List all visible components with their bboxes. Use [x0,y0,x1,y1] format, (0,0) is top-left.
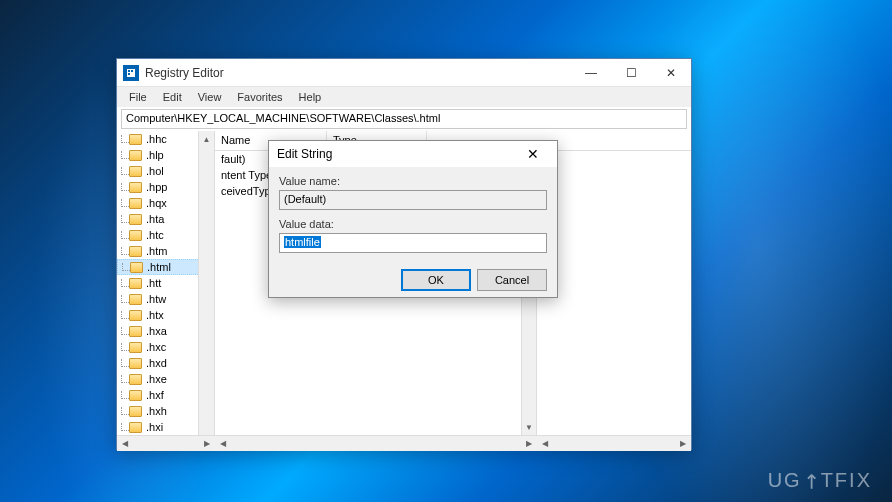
scroll-right-icon[interactable]: ▶ [675,436,691,451]
tree-item-label: .hxc [146,341,166,353]
menubar: File Edit View Favorites Help [117,87,691,107]
tree-item-label: .hhc [146,133,167,145]
folder-icon [129,134,142,145]
edit-string-dialog: Edit String ✕ Value name: (Default) Valu… [268,140,558,298]
window-title: Registry Editor [145,66,571,80]
tree-item-label: .hqx [146,197,167,209]
mid-hscroll[interactable]: ◀▶ [215,435,537,451]
tree-item-label: .hxi [146,421,163,433]
cancel-button[interactable]: Cancel [477,269,547,291]
tree-item-label: .hta [146,213,164,225]
maximize-button[interactable]: ☐ [611,59,651,86]
tree-item-label: .htc [146,229,164,241]
svg-rect-1 [128,70,130,72]
tree-item-label: .hxe [146,373,167,385]
folder-icon [130,262,143,273]
folder-icon [129,294,142,305]
folder-icon [129,310,142,321]
tree-item-label: .htw [146,293,166,305]
menu-view[interactable]: View [190,89,230,105]
tree-item-label: .htx [146,309,164,321]
tree-hscroll[interactable]: ◀▶ [117,435,215,451]
list-hscroll[interactable]: ◀▶ [537,435,691,451]
scroll-right-icon[interactable]: ▶ [199,436,215,451]
menu-edit[interactable]: Edit [155,89,190,105]
folder-icon [129,182,142,193]
folder-icon [129,374,142,385]
tree-item-label: .hol [146,165,164,177]
titlebar: Registry Editor — ☐ ✕ [117,59,691,87]
svg-rect-3 [128,73,130,75]
dialog-title: Edit String [277,147,517,161]
dialog-close-button[interactable]: ✕ [517,146,549,162]
value-name-field: (Default) [279,190,547,210]
folder-icon [129,406,142,417]
tree-item-label: .hxh [146,405,167,417]
tree-vscroll[interactable]: ▲▼ [198,131,214,451]
folder-icon [129,214,142,225]
scroll-up-icon[interactable]: ▲ [199,131,214,147]
minimize-button[interactable]: — [571,59,611,86]
menu-favorites[interactable]: Favorites [229,89,290,105]
address-bar[interactable]: Computer\HKEY_LOCAL_MACHINE\SOFTWARE\Cla… [121,109,687,129]
folder-icon [129,166,142,177]
folder-icon [129,246,142,257]
tree-item-label: .htt [146,277,161,289]
folder-icon [129,342,142,353]
folder-icon [129,390,142,401]
menu-help[interactable]: Help [291,89,330,105]
tree-item-label: .hlp [146,149,164,161]
close-button[interactable]: ✕ [651,59,691,86]
folder-icon [129,422,142,433]
tree-item-label: .hxa [146,325,167,337]
scroll-left-icon[interactable]: ◀ [117,436,133,451]
tree-item-label: .hxf [146,389,164,401]
tree-item-label: .htm [146,245,167,257]
folder-icon [129,198,142,209]
dialog-titlebar: Edit String ✕ [269,141,557,167]
scroll-down-icon[interactable]: ▼ [522,419,536,435]
tree-item-label: .html [147,261,171,273]
tree-pane[interactable]: .hhc.hlp.hol.hpp.hqx.hta.htc.htm.html.ht… [117,131,215,451]
folder-icon [129,150,142,161]
menu-file[interactable]: File [121,89,155,105]
scroll-right-icon[interactable]: ▶ [521,436,537,451]
value-data-field[interactable]: htmlfile [279,233,547,253]
ok-button[interactable]: OK [401,269,471,291]
tree-item-label: .hxd [146,357,167,369]
value-name-label: Value name: [279,175,547,187]
folder-icon [129,230,142,241]
value-data-label: Value data: [279,218,547,230]
folder-icon [129,278,142,289]
svg-rect-2 [131,70,133,72]
watermark: UG↗TFIX [768,468,872,492]
scroll-left-icon[interactable]: ◀ [537,436,553,451]
folder-icon [129,326,142,337]
regedit-icon [123,65,139,81]
folder-icon [129,358,142,369]
tree-item-label: .hpp [146,181,167,193]
scroll-left-icon[interactable]: ◀ [215,436,231,451]
